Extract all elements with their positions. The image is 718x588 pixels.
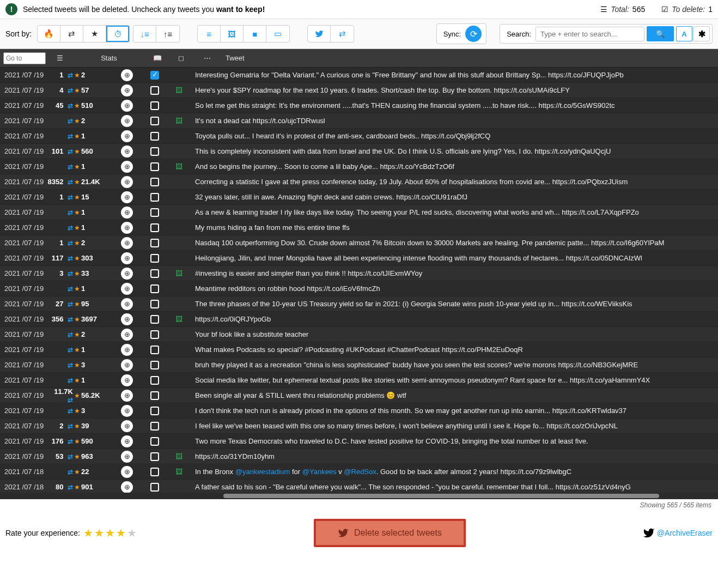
list-toggle-header[interactable]: ☰ [49,54,71,62]
row-checkbox[interactable] [150,361,159,369]
table-row[interactable]: 2021 /07 /191 ⇄★2⊕Nasdaq 100 outperformi… [0,235,718,251]
filter-card-button[interactable]: ▭ [266,26,289,42]
star-icon[interactable]: ★ [83,526,93,539]
filter-retweets-button[interactable]: ⇄ [331,26,354,42]
inspect-button[interactable]: ⊕ [121,313,133,325]
inspect-button[interactable]: ⊕ [121,252,133,264]
twitter-handle-link[interactable]: @ArchiveEraser [643,527,713,539]
case-toggle-button[interactable]: A [676,26,692,41]
table-row[interactable]: 2021 /07 /19 ⇄★2⊕Your bf look like a sub… [0,327,718,342]
view-header[interactable]: 📖 [147,54,168,62]
inspect-button[interactable]: ⊕ [121,100,133,112]
row-checkbox[interactable] [150,422,159,431]
sort-favorite-button[interactable]: ★ [83,26,106,42]
inspect-button[interactable]: ⊕ [121,69,133,81]
horizontal-scrollbar[interactable] [0,493,718,499]
table-row[interactable]: 2021 /07 /191 ⇄★2⊕Interesting Gematria f… [0,68,718,83]
table-row[interactable]: 2021 /07 /19176 ⇄★590⊕Two more Texas Dem… [0,434,718,449]
row-checkbox[interactable] [150,223,159,232]
table-row[interactable]: 2021 /07 /19 ⇄★1⊕Toyota pulls out... I h… [0,129,718,144]
star-icon[interactable]: ★ [94,526,104,539]
checkbox-header[interactable]: ◻ [168,54,194,62]
row-checkbox[interactable] [150,315,159,324]
inspect-button[interactable]: ⊕ [121,344,133,356]
sort-time-button[interactable]: ⏱ [106,26,129,42]
table-row[interactable]: 2021 /07 /19 ⇄★1⊕My mums hiding a fan fr… [0,220,718,235]
sort-desc-button[interactable]: ↑≡ [156,26,179,42]
row-checkbox[interactable] [150,86,159,95]
row-checkbox[interactable] [150,483,159,492]
filter-text-button[interactable]: ≡ [198,26,221,42]
inspect-button[interactable]: ⊕ [121,207,133,219]
table-row[interactable]: 2021 /07 /19 ⇄★3⊕I don't think the tech … [0,403,718,419]
row-checkbox[interactable] [150,71,159,80]
inspect-button[interactable]: ⊕ [121,298,133,310]
inspect-button[interactable]: ⊕ [121,420,133,432]
table-row[interactable]: 2021 /07 /192 ⇄★39⊕I feel like we've bee… [0,419,718,434]
table-row[interactable]: 2021 /07 /193 ⇄★33⊕🖼#investing is easier… [0,266,718,281]
inspect-button[interactable]: ⊕ [121,283,133,295]
search-input[interactable] [536,27,644,41]
sort-retweet-button[interactable]: ⇄ [60,26,83,42]
table-row[interactable]: 2021 /07 /19 ⇄★1⊕What makes Podcasts so … [0,342,718,357]
table-row[interactable]: 2021 /07 /194 ⇄★57⊕🖼Here's your $SPY roa… [0,83,718,98]
inspect-button[interactable]: ⊕ [121,130,133,142]
table-row[interactable]: 2021 /07 /1880 ⇄★901⊕A father said to hi… [0,480,718,493]
inspect-button[interactable]: ⊕ [121,84,133,96]
inspect-button[interactable]: ⊕ [121,374,133,386]
inspect-button[interactable]: ⊕ [121,359,133,371]
row-checkbox[interactable] [150,345,159,354]
row-checkbox[interactable] [150,132,159,141]
table-row[interactable]: 2021 /07 /1927 ⇄★95⊕The three phases of … [0,296,718,312]
table-row[interactable]: 2021 /07 /19 ⇄★2⊕🖼It's not a dead cat ht… [0,113,718,129]
inspect-button[interactable]: ⊕ [121,146,133,157]
rating-stars[interactable]: ★ ★ ★ ★ ★ [83,526,137,539]
table-row[interactable]: 2021 /07 /19 ⇄★1⊕🖼And so begins the jour… [0,159,718,174]
inspect-button[interactable]: ⊕ [121,481,133,493]
table-row[interactable]: 2021 /07 /1945 ⇄★510⊕So let me get this … [0,98,718,113]
row-checkbox[interactable] [150,284,159,293]
wildcard-button[interactable]: ✱ [693,26,710,41]
inspect-button[interactable]: ⊕ [121,435,133,447]
sync-button[interactable]: ⟳ [465,26,482,42]
delete-selected-button[interactable]: Delete selected tweets [314,519,466,547]
inspect-button[interactable]: ⊕ [121,115,133,127]
row-checkbox[interactable] [150,437,159,446]
row-checkbox[interactable] [150,452,159,461]
table-row[interactable]: 2021 /07 /19117 ⇄★303⊕Heilongjiang, Jili… [0,251,718,266]
row-checkbox[interactable] [150,193,159,202]
inspect-button[interactable]: ⊕ [121,390,133,402]
table-row[interactable]: 2021 /07 /18 ⇄★22⊕🖼In the Bronx @yankees… [0,464,718,480]
row-checkbox[interactable] [150,239,159,247]
table-body[interactable]: 2021 /07 /191 ⇄★2⊕Interesting Gematria f… [0,68,718,493]
row-checkbox[interactable] [150,407,159,415]
table-row[interactable]: 2021 /07 /198352 ⇄★21.4K⊕Correcting a st… [0,174,718,190]
table-row[interactable]: 2021 /07 /19356 ⇄★3697⊕🖼https://t.co/0iQ… [0,312,718,327]
inspect-button[interactable]: ⊕ [121,451,133,463]
inspect-button[interactable]: ⊕ [121,329,133,341]
row-checkbox[interactable] [150,162,159,171]
row-checkbox[interactable] [150,101,159,110]
row-checkbox[interactable] [150,300,159,308]
table-row[interactable]: 2021 /07 /19 ⇄★1⊕Meantime redditors on r… [0,281,718,296]
row-checkbox[interactable] [150,330,159,339]
table-row[interactable]: 2021 /07 /19 ⇄★3⊕bruh they played it as … [0,357,718,373]
inspect-button[interactable]: ⊕ [121,222,133,234]
table-row[interactable]: 2021 /07 /19 ⇄★1⊕As a new & learning tra… [0,205,718,220]
star-icon[interactable]: ★ [127,526,137,539]
inspect-button[interactable]: ⊕ [121,176,133,188]
star-icon[interactable]: ★ [105,526,115,539]
row-checkbox[interactable] [150,468,159,476]
row-checkbox[interactable] [150,178,159,186]
table-row[interactable]: 2021 /07 /1953 ⇄★963⊕🖼https://t.co/31YDm… [0,449,718,464]
search-button[interactable]: 🔍 [647,26,674,41]
row-checkbox[interactable] [150,269,159,278]
inspect-button[interactable]: ⊕ [121,237,133,249]
goto-input[interactable] [3,52,46,64]
inspect-button[interactable]: ⊕ [121,405,133,417]
row-checkbox[interactable] [150,208,159,217]
row-checkbox[interactable] [150,376,159,385]
row-checkbox[interactable] [150,391,159,400]
row-checkbox[interactable] [150,147,159,156]
inspect-button[interactable]: ⊕ [121,161,133,173]
